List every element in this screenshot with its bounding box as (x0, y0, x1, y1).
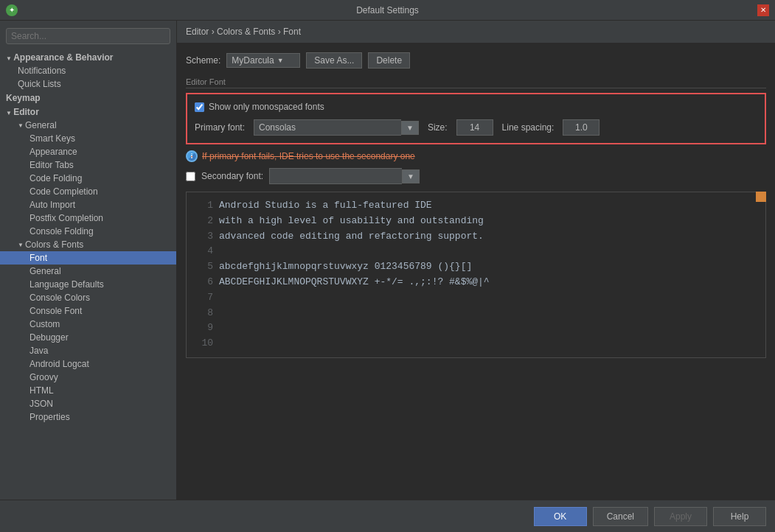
line-number: 2 (195, 214, 213, 229)
sidebar-item-general-cf[interactable]: General (0, 265, 176, 278)
preview-line: 8 (195, 306, 757, 321)
info-icon: i (186, 150, 198, 162)
line-number: 10 (195, 336, 213, 351)
sidebar-item-debugger[interactable]: Debugger (0, 331, 176, 344)
size-input[interactable] (456, 119, 493, 136)
preview-line: 9 (195, 321, 757, 336)
line-number: 5 (195, 259, 213, 275)
info-row: i If primary font fails, IDE tries to us… (186, 150, 766, 162)
secondary-font-arrow[interactable]: ▼ (402, 169, 420, 183)
preview-line: 7 (195, 290, 757, 306)
primary-font-dropdown: ▼ (254, 119, 419, 136)
sidebar-item-language-defaults[interactable]: Language Defaults (0, 278, 176, 291)
save-as-button[interactable]: Save As... (306, 52, 362, 69)
line-content: ABCDEFGHIJKLMNOPQRSTUVWXYZ +-*/= .,;:!? … (219, 275, 490, 290)
sidebar-item-console-folding[interactable]: Console Folding (0, 225, 176, 238)
show-monospaced-row: Show only monospaced fonts (195, 102, 757, 112)
apply-button[interactable]: Apply (654, 507, 707, 526)
sidebar-item-notifications[interactable]: Notifications (0, 64, 176, 77)
dialog-body: Appearance & Behavior Notifications Quic… (0, 21, 775, 500)
cancel-button[interactable]: Cancel (593, 507, 648, 526)
preview-line: 5abcdefghijklmnopqrstuvwxyz 0123456789 (… (195, 259, 757, 275)
sidebar-item-keymap[interactable]: Keymap (0, 91, 176, 105)
sidebar-item-java[interactable]: Java (0, 344, 176, 357)
title-bar-left: ✦ (6, 4, 18, 16)
dialog-footer: OK Cancel Apply Help (0, 500, 775, 532)
sidebar-item-console-font[interactable]: Console Font (0, 304, 176, 318)
size-label: Size: (428, 122, 448, 133)
sidebar: Appearance & Behavior Notifications Quic… (0, 21, 177, 500)
dialog: Appearance & Behavior Notifications Quic… (0, 21, 775, 532)
line-number: 3 (195, 229, 213, 245)
preview-line: 2with a high level of usability and outs… (195, 214, 757, 229)
line-content: advanced code editing and refactoring su… (219, 229, 484, 245)
scheme-row: Scheme: MyDarcula ▼ Save As... Delete (186, 52, 766, 69)
preview-area: 1Android Studio is a full-featured IDE2w… (186, 192, 766, 358)
line-spacing-input[interactable] (563, 119, 600, 136)
breadcrumb: Editor › Colors & Fonts › Font (177, 21, 775, 43)
sidebar-item-code-completion[interactable]: Code Completion (0, 185, 176, 198)
sidebar-item-properties[interactable]: Properties (0, 410, 176, 424)
sidebar-item-colors-fonts[interactable]: ▼ Colors & Fonts (0, 238, 176, 251)
line-content: with a high level of usability and outst… (219, 214, 484, 229)
line-number: 4 (195, 244, 213, 259)
sidebar-item-android-logcat[interactable]: Android Logcat (0, 357, 176, 371)
ok-button[interactable]: OK (534, 507, 587, 526)
secondary-font-input[interactable] (269, 168, 402, 184)
preview-line: 6ABCDEFGHIJKLMNOPQRSTUVWXYZ +-*/= .,;:!?… (195, 275, 757, 290)
sidebar-item-appearance-behavior[interactable]: Appearance & Behavior (0, 50, 176, 64)
info-text: If primary font fails, IDE tries to use … (202, 151, 415, 161)
show-monospaced-checkbox[interactable] (195, 102, 204, 112)
primary-font-label: Primary font: (195, 122, 245, 133)
line-spacing-label: Line spacing: (502, 122, 555, 133)
orange-indicator (756, 192, 766, 202)
font-settings-box: Show only monospaced fonts Primary font:… (186, 93, 766, 144)
help-button[interactable]: Help (713, 507, 766, 526)
chevron-down-icon: ▼ (277, 57, 284, 64)
sidebar-item-postfix-completion[interactable]: Postfix Completion (0, 211, 176, 225)
preview-line: 1Android Studio is a full-featured IDE (195, 198, 757, 214)
show-monospaced-label: Show only monospaced fonts (209, 102, 324, 112)
delete-button[interactable]: Delete (368, 52, 410, 69)
secondary-font-label: Secondary font: (201, 171, 263, 181)
font-settings-row: Primary font: ▼ Size: Line spacing: (195, 119, 757, 136)
sidebar-item-appearance[interactable]: Appearance (0, 145, 176, 158)
secondary-font-checkbox[interactable] (186, 172, 195, 181)
app-icon: ✦ (6, 4, 18, 16)
sidebar-item-auto-import[interactable]: Auto Import (0, 198, 176, 211)
sidebar-item-json[interactable]: JSON (0, 397, 176, 410)
sidebar-item-custom[interactable]: Custom (0, 318, 176, 331)
sidebar-item-quick-lists[interactable]: Quick Lists (0, 77, 176, 91)
line-content: abcdefghijklmnopqrstuvwxyz 0123456789 ()… (219, 259, 472, 275)
close-button[interactable]: ✕ (757, 4, 769, 16)
line-number: 6 (195, 275, 213, 290)
preview-wrapper: 1Android Studio is a full-featured IDE2w… (186, 192, 766, 358)
line-number: 8 (195, 306, 213, 321)
preview-line: 10 (195, 336, 757, 351)
sidebar-item-smart-keys[interactable]: Smart Keys (0, 132, 176, 145)
sidebar-item-console-colors[interactable]: Console Colors (0, 291, 176, 304)
preview-line: 4 (195, 244, 757, 259)
scheme-label: Scheme: (186, 55, 220, 66)
primary-font-arrow[interactable]: ▼ (401, 121, 419, 135)
secondary-font-row: Secondary font: ▼ (186, 168, 766, 184)
content-area: Scheme: MyDarcula ▼ Save As... Delete Ed… (177, 43, 775, 500)
sidebar-item-font[interactable]: Font (0, 251, 176, 265)
sidebar-item-editor-tabs[interactable]: Editor Tabs (0, 158, 176, 172)
editor-font-section-label: Editor Font (186, 77, 766, 88)
preview-line: 3advanced code editing and refactoring s… (195, 229, 757, 245)
sidebar-item-general[interactable]: ▼ General (0, 119, 176, 132)
line-number: 7 (195, 290, 213, 306)
sidebar-item-groovy[interactable]: Groovy (0, 371, 176, 384)
primary-font-input[interactable] (254, 119, 401, 136)
line-number: 9 (195, 321, 213, 336)
title-bar: ✦ Default Settings ✕ (0, 0, 775, 21)
search-input[interactable] (6, 28, 170, 44)
line-content: Android Studio is a full-featured IDE (219, 198, 432, 214)
scheme-dropdown[interactable]: MyDarcula ▼ (226, 53, 300, 68)
sidebar-item-editor[interactable]: Editor (0, 105, 176, 119)
sidebar-item-code-folding[interactable]: Code Folding (0, 172, 176, 185)
line-number: 1 (195, 198, 213, 214)
sidebar-item-html[interactable]: HTML (0, 384, 176, 397)
window-title: Default Settings (356, 5, 419, 15)
